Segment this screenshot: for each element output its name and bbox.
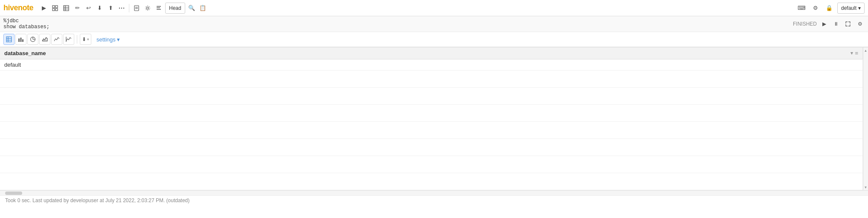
bar-chart-button[interactable] — [15, 34, 26, 45]
upload-icon[interactable]: ⬆ — [105, 3, 116, 14]
vertical-scrollbar[interactable]: ▲ ▼ — [863, 47, 868, 190]
table-row-empty-1 — [0, 71, 863, 88]
toolbar-divider-1 — [77, 35, 77, 44]
svg-rect-22 — [18, 38, 20, 42]
gear-icon[interactable]: ⚙ — [810, 3, 821, 14]
svg-rect-11 — [134, 6, 139, 11]
cell-status-text: FINISHED — [793, 21, 817, 27]
sort-icon[interactable]: ▾ — [851, 50, 853, 56]
grid-icon[interactable] — [50, 3, 61, 14]
app-logo: hivenote — [3, 3, 33, 12]
svg-point-8 — [119, 7, 120, 8]
svg-point-9 — [121, 7, 122, 8]
user-menu[interactable]: default ▾ — [837, 3, 865, 14]
clipboard-icon[interactable]: 📋 — [197, 3, 208, 14]
svg-rect-1 — [55, 6, 58, 8]
column-label-database-name: database_name — [4, 50, 46, 56]
table-row: default — [0, 59, 863, 71]
svg-point-14 — [147, 7, 149, 9]
cell-header: %jdbc show databases; FINISHED ▶ ⏸ ⚙ — [0, 16, 868, 32]
undo-icon[interactable]: ↩ — [83, 3, 94, 14]
cell-pause-icon[interactable]: ⏸ — [831, 19, 841, 29]
chevron-down-icon: ▾ — [858, 5, 861, 11]
search-icon[interactable]: 🔍 — [186, 3, 197, 14]
column-menu-icon[interactable]: ≡ — [855, 50, 858, 56]
play-icon[interactable]: ▶ — [38, 3, 50, 14]
settings-arrow-icon: ▾ — [117, 36, 120, 43]
svg-rect-16 — [157, 7, 160, 8]
scroll-down-arrow[interactable]: ▼ — [864, 185, 868, 189]
table-header-row: database_name ▾ ≡ — [0, 47, 863, 59]
head-button[interactable]: Head — [165, 3, 185, 14]
cell-database-name: default — [0, 59, 863, 71]
svg-rect-24 — [22, 39, 23, 42]
svg-rect-17 — [157, 9, 161, 10]
status-text: Took 0 sec. Last updated by developuser … — [5, 197, 189, 203]
cell-code: %jdbc show databases; — [3, 18, 793, 30]
scatter-chart-button[interactable] — [63, 34, 74, 45]
table-row-empty-5 — [0, 139, 863, 156]
svg-rect-2 — [52, 9, 55, 11]
svg-rect-4 — [64, 6, 69, 11]
svg-rect-18 — [6, 37, 12, 42]
settings-dropdown[interactable]: settings ▾ — [94, 34, 122, 45]
area-chart-button[interactable] — [39, 34, 50, 45]
results-table: database_name ▾ ≡ default — [0, 47, 863, 190]
user-label: default — [841, 5, 856, 11]
horizontal-scrollbar[interactable] — [0, 190, 868, 195]
edit-icon[interactable]: ✏ — [72, 3, 83, 14]
status-bar: Took 0 sec. Last updated by developuser … — [0, 195, 868, 205]
table-row-empty-6 — [0, 156, 863, 173]
table-icon[interactable] — [61, 3, 72, 14]
cell-toolbar: ⬇ ▾ settings ▾ — [0, 32, 868, 47]
svg-rect-0 — [52, 6, 55, 8]
line-chart-button[interactable] — [51, 34, 62, 45]
svg-rect-23 — [20, 38, 22, 42]
svg-point-10 — [123, 7, 124, 8]
hscroll-thumb[interactable] — [5, 191, 22, 195]
paragraph-icon[interactable] — [153, 3, 164, 14]
table-view-button[interactable] — [3, 34, 15, 45]
keyboard-icon[interactable]: ⌨ — [796, 3, 807, 14]
scroll-up-arrow[interactable]: ▲ — [864, 48, 868, 53]
download-arrow-icon: ▾ — [87, 37, 89, 41]
cell-expand-icon[interactable] — [843, 19, 853, 29]
table-row-empty-7 — [0, 173, 863, 190]
cell-container: %jdbc show databases; FINISHED ▶ ⏸ ⚙ — [0, 16, 868, 47]
svg-rect-15 — [157, 6, 161, 7]
table-row-empty-2 — [0, 88, 863, 105]
table-row-empty-4 — [0, 122, 863, 139]
svg-rect-3 — [55, 9, 58, 11]
download-icon[interactable]: ⬇ — [94, 3, 105, 14]
note-icon[interactable] — [131, 3, 142, 14]
cell-settings-icon[interactable]: ⚙ — [855, 19, 865, 29]
pie-chart-button[interactable] — [27, 34, 38, 45]
cell-status-area: FINISHED ▶ ⏸ ⚙ — [793, 19, 865, 29]
table-inner: database_name ▾ ≡ default — [0, 47, 863, 190]
settings-label: settings — [96, 36, 116, 43]
column-header-database-name: database_name ▾ ≡ — [0, 47, 863, 59]
settings2-icon[interactable] — [142, 3, 153, 14]
navbar-divider-1 — [129, 4, 129, 12]
download-button[interactable]: ⬇ ▾ — [80, 34, 91, 45]
head-button-label: Head — [169, 5, 181, 11]
more-icon[interactable] — [116, 3, 127, 14]
download-icon: ⬇ — [82, 36, 86, 42]
cell-run-icon[interactable]: ▶ — [819, 19, 829, 29]
navbar-right: ⌨ ⚙ 🔒 default ▾ — [796, 3, 865, 14]
results-area: database_name ▾ ≡ default — [0, 47, 868, 195]
top-navbar: hivenote ▶ ✏ ↩ ⬇ ⬆ — [0, 0, 868, 16]
table-row-empty-3 — [0, 105, 863, 122]
lock-icon[interactable]: 🔒 — [824, 3, 835, 14]
